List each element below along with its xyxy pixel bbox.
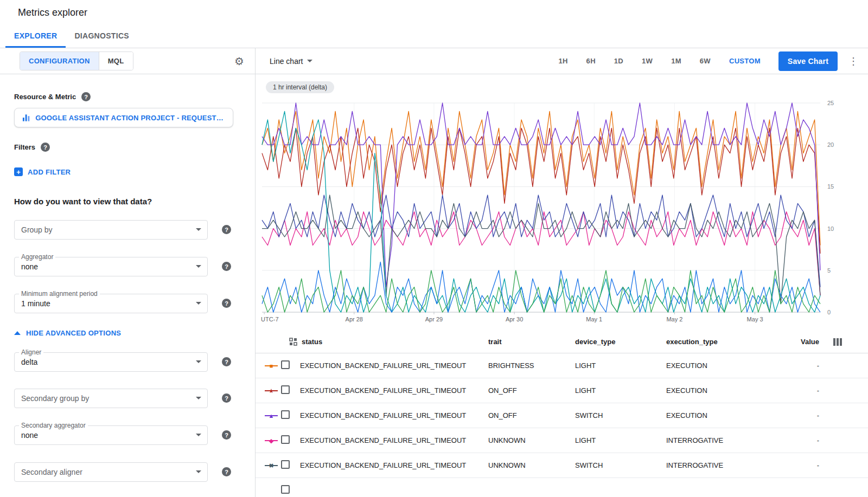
cell-value: - bbox=[770, 461, 819, 469]
secondary-aggregator-select[interactable]: Secondary aggregator none bbox=[14, 425, 208, 445]
resource-metric-section: Resource & Metric ? bbox=[14, 92, 241, 101]
chevron-down-icon bbox=[196, 228, 201, 231]
svg-text:Apr 28: Apr 28 bbox=[346, 316, 363, 322]
col-device-type: device_type bbox=[575, 338, 666, 346]
cell-status: EXECUTION_BACKEND_FAILURE_URL_TIMEOUT bbox=[300, 362, 488, 370]
add-filter-button[interactable]: + ADD FILTER bbox=[14, 167, 71, 176]
row-checkbox[interactable] bbox=[281, 385, 290, 394]
series-table: status trait device_type execution_type … bbox=[256, 331, 868, 497]
col-execution-type: execution_type bbox=[666, 338, 770, 346]
chevron-down-icon bbox=[196, 360, 201, 363]
row-checkbox[interactable] bbox=[281, 460, 290, 469]
grid-icon[interactable] bbox=[289, 338, 297, 346]
hide-advanced-options-toggle[interactable]: HIDE ADVANCED OPTIONS bbox=[14, 329, 121, 337]
help-icon[interactable]: ? bbox=[81, 92, 91, 101]
chart-toolbar: Line chart 1H 6H 1D 1W 1M 6W CUSTOM Save… bbox=[256, 48, 868, 74]
cell-execution-type: EXECUTION bbox=[666, 386, 770, 395]
add-filter-label: ADD FILTER bbox=[28, 168, 71, 176]
min-alignment-label: Minimum alignment period bbox=[19, 290, 100, 298]
metrics-explorer-app: Metrics explorer EXPLORER DIAGNOSTICS CO… bbox=[0, 0, 868, 497]
cell-trait: UNKNOWN bbox=[488, 436, 575, 444]
range-6h-button[interactable]: 6H bbox=[586, 57, 596, 65]
config-content: Resource & Metric ? GOOGLE ASSISTANT ACT… bbox=[0, 74, 255, 497]
more-options-icon[interactable]: ⋮ bbox=[848, 55, 858, 67]
svg-text:10: 10 bbox=[827, 225, 834, 232]
filters-section: Filters ? bbox=[14, 143, 241, 152]
tab-diagnostics[interactable]: DIAGNOSTICS bbox=[66, 25, 138, 48]
column-settings-icon[interactable] bbox=[819, 338, 842, 346]
configuration-tab[interactable]: CONFIGURATION bbox=[20, 52, 99, 70]
svg-text:May 3: May 3 bbox=[747, 316, 763, 322]
secondary-aggregator-value: none bbox=[21, 431, 38, 440]
table-row: ◆EXECUTION_BACKEND_FAILURE_URL_TIMEOUTUN… bbox=[256, 428, 868, 453]
line-chart: 0510152025UTC-7Apr 28Apr 29Apr 30May 1Ma… bbox=[256, 98, 868, 328]
help-icon[interactable]: ? bbox=[222, 467, 231, 476]
aligner-value: delta bbox=[21, 358, 37, 366]
chevron-down-icon bbox=[196, 302, 201, 305]
svg-text:UTC-7: UTC-7 bbox=[261, 316, 278, 322]
tab-explorer[interactable]: EXPLORER bbox=[5, 25, 66, 48]
help-icon[interactable]: ? bbox=[41, 143, 50, 152]
advanced-toggle-label: HIDE ADVANCED OPTIONS bbox=[26, 329, 121, 337]
row-checkbox[interactable] bbox=[281, 485, 290, 494]
secondary-group-by-select[interactable]: Secondary group by bbox=[14, 389, 208, 408]
secondary-group-by-placeholder: Secondary group by bbox=[21, 394, 89, 403]
aligner-select[interactable]: Aligner delta bbox=[14, 352, 208, 372]
help-icon[interactable]: ? bbox=[222, 430, 231, 440]
svg-text:15: 15 bbox=[827, 183, 834, 190]
tab-bar: EXPLORER DIAGNOSTICS bbox=[0, 25, 868, 48]
chevron-down-icon bbox=[196, 470, 201, 473]
metric-chip-label: GOOGLE ASSISTANT ACTION PROJECT - REQUES… bbox=[35, 114, 225, 122]
save-chart-button[interactable]: Save Chart bbox=[778, 51, 838, 71]
range-6w-button[interactable]: 6W bbox=[700, 57, 711, 65]
min-alignment-period-select[interactable]: Minimum alignment period 1 minute bbox=[14, 294, 208, 313]
help-icon[interactable]: ? bbox=[222, 299, 231, 308]
cell-device-type: LIGHT bbox=[575, 362, 666, 370]
config-panel: CONFIGURATION MQL ⚙ Resource & Metric ? bbox=[0, 48, 256, 497]
cell-status: EXECUTION_BACKEND_FAILURE_URL_TIMEOUT bbox=[300, 436, 488, 444]
row-checkbox[interactable] bbox=[281, 360, 290, 369]
chevron-up-icon bbox=[14, 331, 21, 335]
secondary-aligner-select[interactable]: Secondary aligner bbox=[14, 462, 208, 482]
settings-gear-icon[interactable]: ⚙ bbox=[234, 56, 244, 67]
cell-status: EXECUTION_BACKEND_FAILURE_URL_TIMEOUT bbox=[300, 411, 488, 419]
mql-tab[interactable]: MQL bbox=[99, 52, 133, 70]
row-checkbox[interactable] bbox=[281, 410, 290, 419]
view-data-question: How do you want to view that data? bbox=[14, 197, 241, 206]
table-header: status trait device_type execution_type … bbox=[256, 331, 868, 353]
range-1m-button[interactable]: 1M bbox=[671, 57, 681, 65]
aggregator-select[interactable]: Aggregator none bbox=[14, 257, 208, 276]
svg-text:May 1: May 1 bbox=[586, 316, 602, 322]
group-by-select[interactable]: Group by bbox=[14, 220, 208, 240]
cell-value: - bbox=[770, 386, 819, 395]
range-1d-button[interactable]: 1D bbox=[614, 57, 623, 65]
table-row: ★EXECUTION_BACKEND_FAILURE_URL_TIMEOUTON… bbox=[256, 378, 868, 403]
help-icon[interactable]: ? bbox=[222, 393, 231, 403]
cell-device-type: SWITCH bbox=[575, 411, 666, 419]
svg-text:20: 20 bbox=[827, 141, 834, 148]
metric-selector-button[interactable]: GOOGLE ASSISTANT ACTION PROJECT - REQUES… bbox=[14, 108, 233, 127]
filters-label: Filters bbox=[14, 143, 35, 151]
cell-device-type: LIGHT bbox=[575, 436, 666, 444]
time-range-group: 1H 6H 1D 1W 1M 6W bbox=[558, 57, 711, 65]
top-header: Metrics explorer bbox=[0, 0, 868, 25]
chevron-down-icon bbox=[196, 397, 201, 399]
resource-metric-label: Resource & Metric bbox=[14, 93, 76, 101]
help-icon[interactable]: ? bbox=[222, 225, 231, 234]
table-body: ■EXECUTION_BACKEND_FAILURE_URL_TIMEOUTBR… bbox=[256, 353, 868, 497]
range-custom-button[interactable]: CUSTOM bbox=[729, 57, 761, 65]
min-alignment-value: 1 minute bbox=[21, 299, 50, 308]
cell-trait: ON_OFF bbox=[488, 411, 575, 419]
col-status: status bbox=[302, 338, 322, 346]
col-value: Value bbox=[770, 338, 819, 346]
chevron-down-icon bbox=[196, 265, 201, 268]
cell-device-type: SWITCH bbox=[575, 461, 666, 469]
help-icon[interactable]: ? bbox=[222, 262, 231, 271]
bar-chart-icon bbox=[22, 114, 30, 121]
chart-type-dropdown[interactable]: Line chart bbox=[270, 57, 312, 66]
range-1w-button[interactable]: 1W bbox=[642, 57, 653, 65]
row-checkbox[interactable] bbox=[281, 435, 290, 444]
range-1h-button[interactable]: 1H bbox=[558, 57, 567, 65]
help-icon[interactable]: ? bbox=[222, 357, 231, 366]
chart-type-label: Line chart bbox=[270, 57, 303, 66]
